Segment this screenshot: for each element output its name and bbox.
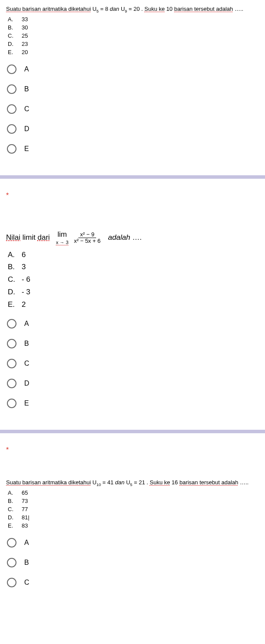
question-3-text: Suatu barisan aritmatika diketahui U10 =… — [6, 479, 259, 487]
lim-top: lim — [58, 230, 67, 238]
radio-label: B — [24, 85, 29, 93]
q3-dots: ….. — [238, 479, 249, 486]
q3-radio-c[interactable]: C — [7, 578, 259, 587]
letter: D. — [8, 286, 16, 299]
q2-answer-list: A.6 B.3 C.- 6 D.- 3 E.2 — [6, 249, 259, 311]
letter: C. — [8, 506, 16, 514]
q1-radio-b[interactable]: B — [7, 84, 259, 94]
q3-sub1: 10 — [97, 483, 101, 487]
q2-required: * — [0, 179, 265, 200]
radio-icon — [7, 64, 16, 74]
q3-ans-d: D.81| — [8, 514, 259, 522]
q2-dari: dari — [38, 233, 50, 242]
q3-radio-b[interactable]: B — [7, 558, 259, 567]
question-2-text: Nilai limit dari lim x → 3 x² − 9 x² − 5… — [6, 231, 259, 245]
letter: B. — [8, 261, 16, 274]
q3-eq2: = 21 . — [132, 479, 150, 486]
radio-icon — [7, 538, 16, 547]
q1-u: U — [92, 6, 96, 12]
q2-ans-a: A.6 — [8, 249, 259, 261]
value: 6 — [22, 249, 26, 261]
q2-adalah: adalah — [108, 233, 130, 242]
q2-ans-e: E.2 — [8, 299, 259, 311]
letter: D. — [8, 514, 16, 522]
q1-radio-e[interactable]: E — [7, 144, 259, 154]
radio-icon — [7, 339, 16, 348]
q1-phrase: Suatu barisan aritmatika diketahui — [6, 6, 91, 12]
letter: A. — [8, 16, 16, 24]
q1-dots: ….. — [233, 6, 243, 12]
letter: D. — [8, 40, 16, 48]
letter: B. — [8, 24, 16, 32]
q2-dots: …. — [130, 233, 142, 242]
q1-ans-e: E.20 — [8, 48, 259, 57]
q1-suku: Suku ke — [144, 6, 165, 12]
value: 33 — [22, 16, 28, 24]
q1-ans-a: A.33 — [8, 16, 259, 24]
q1-eq2: = 20 . — [127, 6, 144, 12]
q1-barisan: barisan tersebut adalah — [174, 6, 233, 12]
value: - 6 — [22, 274, 30, 286]
q3-ans-a: A.65 — [8, 489, 259, 497]
q1-ans-b: B.30 — [8, 24, 259, 32]
q1-ans-c: C.25 — [8, 32, 259, 40]
value: 3 — [22, 261, 26, 274]
q2-radio-d[interactable]: D — [7, 379, 259, 388]
q2-fraction: x² − 9 x² − 5x + 6 — [72, 232, 102, 245]
radio-icon — [7, 84, 16, 94]
q2-radio-a[interactable]: A — [7, 319, 259, 328]
value: 65 — [22, 489, 28, 497]
q2-lim: lim x → 3 — [56, 231, 68, 245]
q2-limit: limit — [20, 233, 38, 242]
question-1-text: Suatu barisan aritmatika diketahui U5 = … — [6, 5, 259, 14]
q2-nilai: Nilai — [6, 233, 20, 242]
separator-1 — [0, 175, 265, 179]
q2-radio-b[interactable]: B — [7, 339, 259, 348]
value: 2 — [22, 299, 26, 311]
q1-radio-set: A B C D E — [6, 64, 259, 154]
q3-radio-a[interactable]: A — [7, 538, 259, 547]
radio-icon — [7, 144, 16, 154]
q1-radio-d[interactable]: D — [7, 124, 259, 134]
q3-u: U — [91, 479, 97, 486]
q1-answer-list: A.33 B.30 C.25 D.23 E.20 — [6, 16, 259, 56]
radio-label: E — [24, 399, 29, 407]
q2-ans-d: D.- 3 — [8, 286, 259, 299]
q1-radio-a[interactable]: A — [7, 64, 259, 74]
value: 30 — [22, 24, 28, 32]
denominator: x² − 5x + 6 — [72, 238, 102, 244]
q3-answer-list: A.65 B.73 C.77 D.81| E.83 — [6, 489, 259, 530]
radio-label: E — [24, 145, 29, 153]
value: 77 — [22, 506, 28, 514]
value: 20 — [22, 48, 28, 57]
letter: E. — [8, 48, 16, 57]
letter: C. — [8, 274, 16, 286]
value: 81| — [22, 514, 29, 522]
q3-suku: Suku ke — [150, 479, 170, 486]
value: 73 — [22, 497, 28, 506]
letter: B. — [8, 497, 16, 506]
q2-radio-c[interactable]: C — [7, 359, 259, 368]
question-1: Suatu barisan aritmatika diketahui U5 = … — [0, 0, 265, 162]
radio-icon — [7, 558, 16, 567]
question-2: Nilai limit dari lim x → 3 x² − 9 x² − 5… — [0, 200, 265, 417]
radio-label: B — [24, 340, 29, 348]
q1-ans-d: D.23 — [8, 40, 259, 48]
letter: E. — [8, 522, 16, 530]
radio-label: D — [24, 125, 29, 133]
q3-dan: dan — [115, 479, 125, 486]
q3-required: * — [0, 433, 265, 454]
q3-ans-b: B.73 — [8, 497, 259, 506]
q3-ans-c: C.77 — [8, 506, 259, 514]
q1-eq1: = 8 — [99, 6, 110, 12]
q1-radio-c[interactable]: C — [7, 104, 259, 114]
q3-eq1: = 41 — [101, 479, 115, 486]
radio-label: A — [24, 539, 29, 547]
q2-radio-set: A B C D E — [6, 319, 259, 408]
separator-2 — [0, 430, 265, 433]
lim-bot: x → 3 — [56, 240, 68, 245]
q1-u2: U — [119, 6, 125, 12]
q2-radio-e[interactable]: E — [7, 399, 259, 408]
q1-dan: dan — [110, 6, 120, 12]
letter: A. — [8, 249, 16, 261]
